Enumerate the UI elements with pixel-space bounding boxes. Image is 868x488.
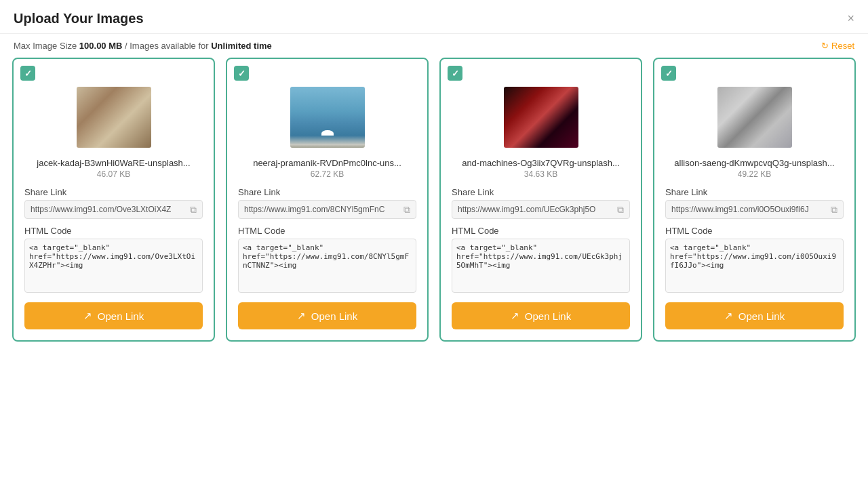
- html-code-textarea-2[interactable]: <a target="_blank" href="https://www.img…: [238, 239, 416, 293]
- check-badge-4: ✓: [661, 66, 676, 81]
- subheader: Max Image Size 100.00 MB / Images availa…: [0, 34, 868, 58]
- html-code-label-4: HTML Code: [665, 226, 713, 236]
- share-link-label-4: Share Link: [665, 187, 707, 197]
- share-link-label-2: Share Link: [238, 187, 280, 197]
- card-filename-4: allison-saeng-dKmwpcvqQ3g-unsplash...: [674, 158, 834, 168]
- copy-link-button-4[interactable]: ⧉: [825, 201, 843, 218]
- open-link-label-3: Open Link: [525, 310, 571, 322]
- card-image-2: [290, 87, 365, 148]
- share-link-row-2: https://www.img91.com/8CNYl5gmFnC ⧉: [238, 200, 416, 219]
- availability: Unlimited time: [211, 41, 272, 51]
- image-wrapper-4: [711, 83, 799, 151]
- check-badge-1: ✓: [20, 66, 35, 81]
- share-link-row-3: https://www.img91.com/UEcGk3phj5O ⧉: [452, 200, 630, 219]
- card-filesize-3: 34.63 KB: [524, 169, 557, 179]
- share-link-label-1: Share Link: [24, 187, 66, 197]
- copy-link-button-1[interactable]: ⧉: [184, 201, 202, 218]
- open-link-label-4: Open Link: [738, 310, 785, 322]
- card-2: ✓ neeraj-pramanik-RVDnPmc0lnc-uns... 62.…: [226, 58, 429, 342]
- share-link-text-2: https://www.img91.com/8CNYl5gmFnC: [239, 201, 398, 218]
- share-link-text-4: https://www.img91.com/i0O5Ouxi9fI6J: [666, 201, 825, 218]
- share-link-row-4: https://www.img91.com/i0O5Ouxi9fI6J ⧉: [665, 200, 844, 219]
- card-filesize-1: 46.07 KB: [97, 169, 130, 179]
- image-wrapper-1: [70, 83, 158, 151]
- copy-link-button-2[interactable]: ⧉: [398, 201, 416, 218]
- share-link-text-3: https://www.img91.com/UEcGk3phj5O: [452, 201, 612, 218]
- card-3: ✓ and-machines-Og3iix7QVRg-unsplash... 3…: [439, 58, 642, 342]
- html-code-textarea-1[interactable]: <a target="_blank" href="https://www.img…: [24, 239, 203, 293]
- card-1: ✓ jacek-kadaj-B3wnHi0WaRE-unsplash... 46…: [12, 58, 215, 342]
- html-code-label-3: HTML Code: [452, 226, 499, 236]
- reset-label: Reset: [831, 41, 854, 51]
- html-code-label-2: HTML Code: [238, 226, 285, 236]
- image-wrapper-2: [283, 83, 372, 151]
- card-filesize-2: 62.72 KB: [311, 169, 344, 179]
- open-link-icon-3: ↗: [511, 310, 519, 322]
- share-link-row-1: https://www.img91.com/Ove3LXtOiX4Z ⧉: [24, 200, 203, 219]
- cards-container: ✓ jacek-kadaj-B3wnHi0WaRE-unsplash... 46…: [0, 58, 868, 342]
- card-4: ✓ allison-saeng-dKmwpcvqQ3g-unsplash... …: [653, 58, 856, 342]
- open-link-label-1: Open Link: [98, 310, 144, 322]
- open-link-label-2: Open Link: [311, 310, 357, 322]
- subheader-middle: / Images available for: [122, 41, 211, 51]
- html-code-textarea-4[interactable]: <a target="_blank" href="https://www.img…: [665, 239, 844, 293]
- card-filesize-4: 49.22 KB: [738, 169, 771, 179]
- share-link-text-1: https://www.img91.com/Ove3LXtOiX4Z: [25, 201, 184, 218]
- subheader-info: Max Image Size 100.00 MB / Images availa…: [14, 41, 272, 51]
- open-link-icon-1: ↗: [83, 310, 92, 322]
- open-link-button-4[interactable]: ↗ Open Link: [665, 302, 844, 329]
- image-wrapper-3: [497, 83, 585, 151]
- max-size: 100.00 MB: [79, 41, 123, 51]
- card-image-1: [77, 87, 151, 148]
- reset-icon: ↻: [821, 41, 829, 51]
- card-filename-3: and-machines-Og3iix7QVRg-unsplash...: [462, 158, 620, 168]
- reset-button[interactable]: ↻ Reset: [821, 41, 854, 51]
- share-link-label-3: Share Link: [452, 187, 494, 197]
- html-code-label-1: HTML Code: [24, 226, 72, 236]
- html-code-textarea-3[interactable]: <a target="_blank" href="https://www.img…: [452, 239, 630, 293]
- open-link-button-2[interactable]: ↗ Open Link: [238, 302, 416, 329]
- page-title: Upload Your Images: [14, 11, 144, 26]
- open-link-button-3[interactable]: ↗ Open Link: [452, 302, 630, 329]
- open-link-icon-4: ↗: [724, 310, 733, 322]
- open-link-button-1[interactable]: ↗ Open Link: [24, 302, 203, 329]
- dialog-header: Upload Your Images ×: [0, 0, 868, 34]
- open-link-icon-2: ↗: [297, 310, 306, 322]
- card-image-4: [717, 87, 792, 148]
- close-button[interactable]: ×: [847, 12, 854, 26]
- check-badge-3: ✓: [448, 66, 462, 81]
- card-filename-2: neeraj-pramanik-RVDnPmc0lnc-uns...: [253, 158, 401, 168]
- card-filename-1: jacek-kadaj-B3wnHi0WaRE-unsplash...: [37, 158, 190, 168]
- copy-link-button-3[interactable]: ⧉: [612, 201, 629, 218]
- check-badge-2: ✓: [234, 66, 249, 81]
- card-image-3: [504, 87, 578, 148]
- subheader-prefix: Max Image Size: [14, 41, 79, 51]
